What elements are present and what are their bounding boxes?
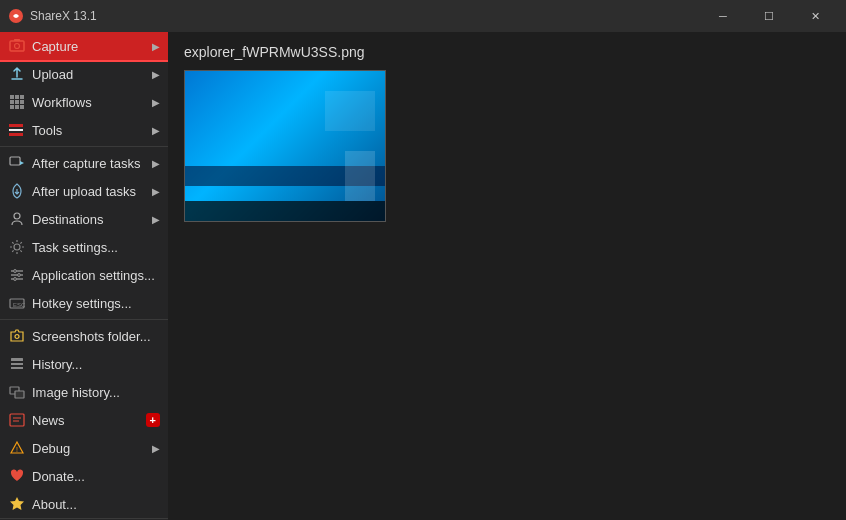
menu-icon-task-settings (8, 238, 26, 256)
svg-rect-14 (9, 129, 23, 131)
svg-rect-26 (11, 363, 23, 365)
svg-point-17 (14, 213, 20, 219)
menu-arrow-tools: ▶ (152, 125, 160, 136)
close-button[interactable]: ✕ (792, 0, 838, 32)
window-controls: ─ ☐ ✕ (700, 0, 838, 32)
menu-icon-news (8, 411, 26, 429)
menu-icon-screenshots (8, 327, 26, 345)
menu-icon-workflows (8, 93, 26, 111)
menu-label-screenshots: Screenshots folder... (32, 329, 160, 344)
menu-item-donate[interactable]: Donate... (0, 462, 168, 490)
svg-rect-25 (11, 358, 23, 361)
svg-point-2 (15, 44, 20, 49)
app-icon (8, 8, 24, 24)
menu-label-after-capture: After capture tasks (32, 156, 148, 171)
svg-rect-1 (10, 41, 24, 51)
menu-icon-app-settings (8, 266, 26, 284)
menu-arrow-debug: ▶ (152, 443, 160, 454)
menu-label-workflows: Workflows (32, 95, 148, 110)
svg-rect-16 (10, 157, 20, 165)
menu-icon-image-history (8, 383, 26, 401)
menu-label-task-settings: Task settings... (32, 240, 160, 255)
menu-item-capture[interactable]: Capture▶ (0, 32, 168, 60)
svg-text:!: ! (16, 446, 18, 453)
svg-rect-13 (9, 124, 23, 127)
menu-arrow-capture: ▶ (152, 41, 160, 52)
svg-marker-34 (10, 497, 24, 510)
menu-label-image-history: Image history... (32, 385, 160, 400)
title-bar: ShareX 13.1 ─ ☐ ✕ (0, 0, 846, 32)
svg-rect-7 (10, 100, 14, 104)
menu-item-news[interactable]: News+ (0, 406, 168, 434)
menu-icon-hotkey-settings: ESC (8, 294, 26, 312)
menu-label-upload: Upload (32, 67, 148, 82)
menu-item-history[interactable]: History... (0, 350, 168, 378)
menu-label-hotkey-settings: Hotkey settings... (32, 296, 160, 311)
svg-point-24 (15, 335, 19, 339)
menu-item-app-settings[interactable]: Application settings... (0, 261, 168, 289)
menu-arrow-after-upload: ▶ (152, 186, 160, 197)
menu-icon-about (8, 495, 26, 513)
menu-divider-4 (0, 146, 168, 147)
menu-label-capture: Capture (32, 39, 148, 54)
menu-icon-debug: ! (8, 439, 26, 457)
menu-icon-after-capture (8, 154, 26, 172)
menu-label-debug: Debug (32, 441, 148, 456)
menu-icon-capture (8, 37, 26, 55)
svg-rect-8 (15, 100, 19, 104)
taskbar-preview (185, 201, 385, 221)
menu-item-workflows[interactable]: Workflows▶ (0, 88, 168, 116)
menu-icon-donate (8, 467, 26, 485)
menu-item-debug[interactable]: !Debug▶ (0, 434, 168, 462)
svg-rect-29 (15, 391, 24, 398)
minimize-button[interactable]: ─ (700, 0, 746, 32)
menu-arrow-after-capture: ▶ (152, 158, 160, 169)
svg-rect-15 (9, 133, 23, 136)
menu-item-image-history[interactable]: Image history... (0, 378, 168, 406)
menu-item-screenshots[interactable]: Screenshots folder... (0, 322, 168, 350)
svg-point-21 (14, 278, 17, 281)
menu-item-upload[interactable]: Upload▶ (0, 60, 168, 88)
menu-item-destinations[interactable]: Destinations▶ (0, 205, 168, 233)
menu-icon-upload (8, 65, 26, 83)
svg-rect-12 (20, 105, 24, 109)
menu-label-destinations: Destinations (32, 212, 148, 227)
svg-rect-5 (15, 95, 19, 99)
menu-item-task-settings[interactable]: Task settings... (0, 233, 168, 261)
menu-label-news: News (32, 413, 142, 428)
menu-arrow-workflows: ▶ (152, 97, 160, 108)
menu-item-hotkey-settings[interactable]: ESCHotkey settings... (0, 289, 168, 317)
svg-rect-3 (14, 39, 20, 41)
menu-label-about: About... (32, 497, 160, 512)
preview-filename: explorer_fWPRMwU3SS.png (184, 44, 830, 60)
menu-arrow-upload: ▶ (152, 69, 160, 80)
app-title: ShareX 13.1 (30, 9, 700, 23)
maximize-button[interactable]: ☐ (746, 0, 792, 32)
menu-label-donate: Donate... (32, 469, 160, 484)
menu-arrow-destinations: ▶ (152, 214, 160, 225)
svg-rect-10 (10, 105, 14, 109)
menu-label-tools: Tools (32, 123, 148, 138)
svg-rect-4 (10, 95, 14, 99)
menu-badge-news: + (146, 413, 160, 427)
svg-rect-11 (15, 105, 19, 109)
svg-rect-30 (10, 414, 24, 426)
svg-text:ESC: ESC (13, 302, 25, 308)
menu-item-about[interactable]: About... (0, 490, 168, 518)
svg-rect-27 (11, 367, 23, 369)
menu-item-tools[interactable]: Tools▶ (0, 116, 168, 144)
menu-item-after-upload[interactable]: After upload tasks▶ (0, 177, 168, 205)
menu-icon-tools (8, 121, 26, 139)
menu-label-after-upload: After upload tasks (32, 184, 148, 199)
menu-icon-destinations (8, 210, 26, 228)
preview-image (184, 70, 386, 222)
desktop-shape1 (325, 91, 375, 131)
svg-point-19 (14, 270, 17, 273)
menu-divider-11 (0, 319, 168, 320)
menu-label-app-settings: Application settings... (32, 268, 160, 283)
svg-rect-6 (20, 95, 24, 99)
svg-point-18 (14, 244, 20, 250)
menu-item-after-capture[interactable]: After capture tasks▶ (0, 149, 168, 177)
svg-point-20 (18, 274, 21, 277)
menu-icon-after-upload (8, 182, 26, 200)
